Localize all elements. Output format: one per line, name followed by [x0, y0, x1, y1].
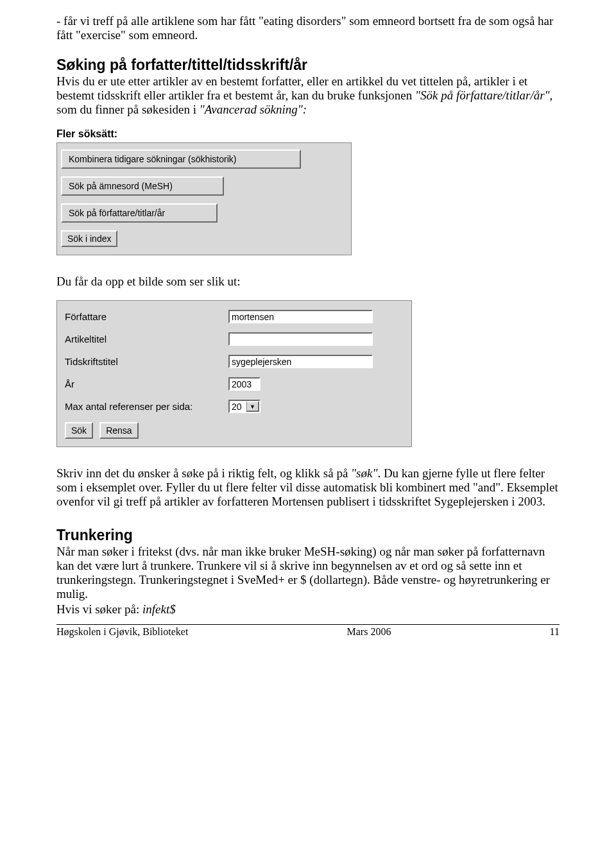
- search-form-panel: Författare Artikeltitel Tidskriftstitel …: [56, 300, 412, 447]
- btn-sok-amnesord-mesh[interactable]: Sök på ämnesord (MeSH): [61, 176, 224, 196]
- section1-emphasis-2: "Avancerad sökning":: [200, 103, 307, 116]
- label-article: Artikeltitel: [65, 334, 228, 345]
- btn-sok-i-index[interactable]: Sök i index: [61, 230, 117, 247]
- page-footer: Høgskolen i Gjøvik, Biblioteket Mars 200…: [56, 624, 560, 638]
- search-button[interactable]: Sök: [65, 422, 93, 439]
- label-year: År: [65, 379, 228, 389]
- btn-sok-forfattare-titlar[interactable]: Sök på författare/titlar/år: [61, 203, 218, 223]
- after-form-emphasis: "søk": [351, 466, 377, 480]
- form-button-row: Sök Rensa: [65, 422, 405, 439]
- trunkering-paragraph-2: Hvis vi søker på: infekt$: [56, 602, 560, 617]
- chevron-down-icon: ▼: [246, 401, 259, 412]
- trunkering-p2-text: Hvis vi søker på:: [56, 602, 142, 616]
- trunkering-paragraph-1: Når man søker i fritekst (dvs. når man i…: [56, 545, 560, 600]
- row-article: Artikeltitel: [65, 332, 405, 346]
- footer-left: Høgskolen i Gjøvik, Biblioteket: [56, 626, 188, 638]
- heading-trunkering: Trunkering: [56, 527, 560, 543]
- input-author[interactable]: [228, 310, 373, 323]
- after-form-text-a: Skriv inn det du ønsker å søke på i rikt…: [56, 466, 351, 480]
- clear-button[interactable]: Rensa: [99, 422, 138, 439]
- intro-paragraph: - får vi treff på alle artiklene som har…: [56, 14, 560, 42]
- input-journal[interactable]: [228, 355, 373, 368]
- row-year: År: [65, 377, 405, 391]
- label-max-refs: Max antal referenser per sida:: [65, 401, 228, 412]
- section1-paragraph: Hvis du er ute etter artikler av en best…: [56, 74, 560, 117]
- btn-kombinera-sokhistorik[interactable]: Kombinera tidigare sökningar (sökhistori…: [61, 149, 301, 169]
- after-form-paragraph: Skriv inn det du ønsker å søke på i rikt…: [56, 466, 560, 509]
- select-max-refs-value: 20: [232, 402, 242, 412]
- section1-emphasis-1: "Sök på författare/titlar/år",: [415, 89, 552, 102]
- section1-text-b: som du finner på søkesiden i: [56, 103, 200, 116]
- fler-soksatt-panel: Fler söksätt: Kombinera tidigare sökning…: [56, 128, 352, 256]
- label-author: Författare: [65, 311, 228, 322]
- input-year[interactable]: [228, 377, 261, 391]
- fler-soksatt-frame: Kombinera tidigare sökningar (sökhistori…: [56, 142, 352, 255]
- row-author: Författare: [65, 310, 405, 323]
- footer-right: 11: [550, 626, 560, 638]
- footer-center: Mars 2006: [347, 626, 391, 638]
- row-journal: Tidskriftstitel: [65, 355, 405, 368]
- trunkering-p2-emphasis: infekt$: [142, 602, 176, 616]
- input-article[interactable]: [228, 332, 373, 346]
- fler-soksatt-title: Fler söksätt:: [56, 128, 352, 140]
- heading-search-author: Søking på forfatter/tittel/tidsskrift/år: [56, 56, 560, 73]
- select-max-refs[interactable]: 20 ▼: [228, 400, 261, 413]
- row-max-refs: Max antal referenser per sida: 20 ▼: [65, 400, 405, 413]
- mid-paragraph: Du får da opp et bilde som ser slik ut:: [56, 275, 560, 289]
- label-journal: Tidskriftstitel: [65, 356, 228, 367]
